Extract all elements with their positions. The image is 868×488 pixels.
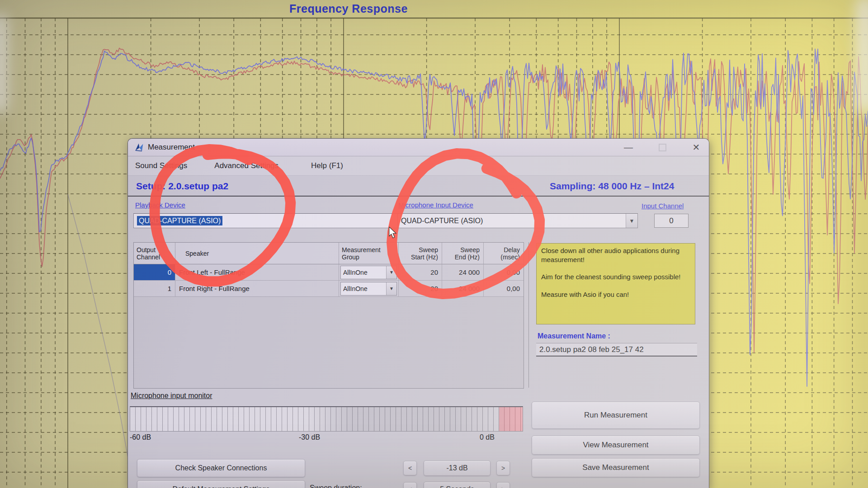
meter-tick-label: -60 dB bbox=[130, 433, 151, 441]
header-strip: Setup: 2.0.setup pa2 Sampling: 48 000 Hz… bbox=[128, 176, 709, 196]
measurement-name-value: 2.0.setup pa2 08 feb 25_17 42 bbox=[539, 345, 644, 354]
input-channel-field[interactable]: 0 bbox=[654, 214, 689, 228]
sweep-start-cell[interactable]: 20 bbox=[399, 264, 442, 281]
mic-monitor-label: Microphone input monitor bbox=[131, 392, 212, 400]
minimize-icon: — bbox=[624, 145, 633, 150]
divider bbox=[128, 196, 709, 197]
level-value: -13 dB bbox=[424, 460, 491, 476]
mic-level-meter bbox=[130, 406, 523, 432]
glare bbox=[0, 14, 7, 113]
default-measurement-settings-button[interactable]: Default Measurement Settings bbox=[137, 480, 305, 488]
window-title: Measurement bbox=[148, 143, 195, 152]
input-channel-value: 0 bbox=[669, 216, 673, 225]
close-icon: ✕ bbox=[693, 142, 700, 153]
sampling-label: Sampling: 48 000 Hz – Int24 bbox=[550, 181, 674, 192]
group-cell[interactable]: AllInOne ▼ bbox=[339, 281, 399, 297]
menu-advanced-settings[interactable]: Advanced Settings bbox=[207, 161, 286, 170]
sweep-duration-increase-button[interactable]: > bbox=[496, 482, 510, 488]
setup-label: Setup: 2.0.setup pa2 bbox=[136, 181, 228, 192]
measurement-window: Measurement — ✕ Sound Settings Advanced … bbox=[127, 138, 709, 488]
chevron-down-icon[interactable]: ▼ bbox=[386, 266, 396, 279]
channel-cell[interactable]: 1 bbox=[134, 281, 175, 297]
view-measurement-button[interactable]: View Measurement bbox=[532, 436, 700, 455]
mic-input-device-value: QUAD-CAPTURE (ASIO) bbox=[398, 217, 483, 225]
glare bbox=[856, 0, 868, 113]
sweep-end-cell[interactable]: 24 000 bbox=[442, 264, 484, 281]
meter-shading bbox=[130, 407, 523, 431]
channel-cell[interactable]: 0 bbox=[134, 264, 175, 281]
playback-device-combo[interactable]: QUAD-CAPTURE (ASIO) bbox=[133, 213, 402, 228]
check-speaker-connections-button[interactable]: Check Speaker Connections bbox=[137, 459, 305, 477]
col-sweep-end: SweepEnd (Hz) bbox=[442, 243, 484, 264]
chart-title: Frequency Response bbox=[289, 2, 408, 15]
meter-tick-label: 0 dB bbox=[480, 433, 495, 441]
table-header-row: OutputChannel Speaker MeasurementGroup S… bbox=[134, 243, 524, 264]
col-speaker: Speaker bbox=[175, 243, 339, 264]
level-decrease-button[interactable]: < bbox=[403, 461, 417, 475]
chevron-down-icon[interactable]: ▼ bbox=[386, 282, 396, 295]
sweep-start-cell[interactable]: 20 bbox=[399, 281, 442, 297]
group-cell[interactable]: AllInOne ▼ bbox=[339, 264, 399, 281]
measurement-name-field[interactable]: 2.0.setup pa2 08 feb 25_17 42 bbox=[536, 343, 697, 357]
table-row[interactable]: 1 Front Right - FullRange AllInOne ▼ 20 … bbox=[134, 281, 524, 297]
mic-input-device-combo[interactable]: QUAD-CAPTURE (ASIO) ▼ bbox=[397, 213, 638, 228]
menu-bar: Sound Settings Advanced Settings Help (F… bbox=[128, 156, 709, 176]
delay-cell[interactable]: 0,00 bbox=[484, 281, 524, 297]
table-row[interactable]: 0 Front Left - FullRange AllInOne ▼ 20 2… bbox=[134, 264, 524, 281]
maximize-button[interactable] bbox=[652, 140, 672, 155]
col-delay: Delay(msec) bbox=[484, 243, 524, 264]
run-measurement-button[interactable]: Run Measurement bbox=[532, 402, 700, 429]
meter-tick-label: -30 dB bbox=[299, 433, 320, 441]
app-logo-icon bbox=[134, 142, 145, 153]
close-button[interactable]: ✕ bbox=[686, 140, 706, 155]
input-channel-label: Input Channel bbox=[642, 202, 684, 210]
sweep-duration-value: 5 Seconds bbox=[424, 482, 491, 488]
table-empty-area bbox=[134, 297, 524, 388]
sweep-duration-label: Sweep duration: bbox=[310, 484, 362, 488]
mic-input-device-label[interactable]: Microphone Input Device bbox=[398, 201, 473, 209]
col-output-channel: OutputChannel bbox=[134, 243, 175, 264]
menu-sound-settings[interactable]: Sound Settings bbox=[128, 161, 194, 170]
speaker-cell[interactable]: Front Left - FullRange bbox=[175, 264, 339, 281]
chevron-down-icon[interactable]: ▼ bbox=[626, 214, 637, 228]
col-sweep-start: SweepStart (Hz) bbox=[399, 243, 442, 264]
sweep-duration-decrease-button[interactable]: < bbox=[403, 482, 417, 488]
monitor-photo: Frequency Response Measurement — ✕ Sound… bbox=[0, 0, 868, 488]
playback-device-label[interactable]: Playback Device bbox=[135, 201, 185, 209]
minimize-button[interactable]: — bbox=[618, 140, 638, 155]
speaker-cell[interactable]: Front Right - FullRange bbox=[175, 281, 339, 297]
delay-cell[interactable]: 0,00 bbox=[484, 264, 524, 281]
speaker-table: OutputChannel Speaker MeasurementGroup S… bbox=[133, 242, 524, 389]
divider bbox=[528, 242, 529, 388]
maximize-icon bbox=[659, 144, 666, 151]
window-titlebar[interactable]: Measurement — ✕ bbox=[128, 139, 709, 156]
menu-help[interactable]: Help (F1) bbox=[304, 161, 350, 170]
save-measurement-button[interactable]: Save Measurement bbox=[532, 458, 700, 477]
col-measurement-group: MeasurementGroup bbox=[339, 243, 399, 264]
measurement-tips-note: Close down all other audio applications … bbox=[536, 243, 695, 324]
measurement-name-label: Measurement Name : bbox=[538, 332, 610, 340]
playback-device-value: QUAD-CAPTURE (ASIO) bbox=[137, 216, 222, 225]
sweep-end-cell[interactable]: 24 000 bbox=[442, 281, 484, 297]
level-increase-button[interactable]: > bbox=[496, 461, 510, 475]
